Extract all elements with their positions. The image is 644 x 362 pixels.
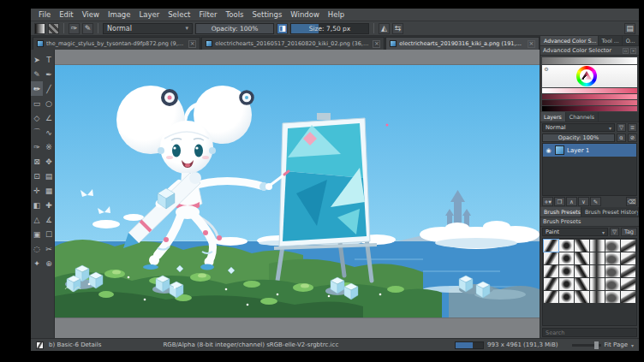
close-tab-icon[interactable]: × <box>188 40 196 48</box>
menu-item-settings[interactable]: Settings <box>247 10 286 19</box>
tab-channels[interactable]: Channels <box>566 112 599 122</box>
shade-row[interactable] <box>542 100 637 105</box>
layer-options-icon[interactable]: ≡ <box>628 123 637 132</box>
lock-alpha-icon[interactable]: α <box>617 134 626 142</box>
dock-tab-advanced-color-s[interactable]: Advanced Color S... <box>540 36 599 45</box>
multibrush-tool[interactable]: ※ <box>43 139 55 154</box>
close-tab-icon[interactable]: × <box>528 40 535 48</box>
search-input[interactable] <box>542 328 637 337</box>
inherit-alpha-icon[interactable]: ⊘ <box>628 134 637 142</box>
tag-label[interactable]: Tag <box>621 228 637 236</box>
brush-preset-tile[interactable] <box>559 265 574 277</box>
move-tool[interactable]: ✥ <box>43 154 55 169</box>
brush-preset-tile[interactable] <box>544 265 558 277</box>
delete-layer-button[interactable]: ⌫ <box>626 197 637 206</box>
zoom-slider[interactable] <box>572 344 601 347</box>
crop-tool[interactable]: ⊡ <box>31 169 43 183</box>
document-tab[interactable]: the_magic_stylus_by_tysontan-d9fp872.png… <box>33 37 200 50</box>
brush-preset-tile[interactable] <box>590 278 605 290</box>
brush-preset-tile[interactable] <box>544 252 558 264</box>
blend-mode-dropdown[interactable]: Normal ▾ <box>103 23 193 34</box>
gear-icon[interactable]: ⚙ <box>543 66 550 73</box>
shade-row[interactable] <box>542 94 637 99</box>
brush-filter-dropdown[interactable]: Paint ▾ <box>542 228 608 236</box>
layer-blend-mode-dropdown[interactable]: Normal ▾ <box>542 123 615 132</box>
gradient-chooser-icon[interactable] <box>34 23 45 34</box>
transform-tool[interactable]: ⊠ <box>31 154 43 169</box>
document-tab[interactable]: electrichearts_20160517_20160820_kiki_02… <box>201 37 385 50</box>
pattern-edit-tool[interactable]: ▦ <box>43 183 55 198</box>
pattern-chooser-icon[interactable] <box>48 23 59 34</box>
brush-preset-tile[interactable] <box>544 291 558 303</box>
zoom-level[interactable]: Fit Page <box>605 341 628 348</box>
menu-item-edit[interactable]: Edit <box>55 10 77 19</box>
layer-row[interactable]: ◉ Layer 1 <box>543 144 636 157</box>
fill-tool[interactable]: ◧ <box>31 198 43 212</box>
brush-preset-tile[interactable] <box>559 252 574 264</box>
brush-preset-tile[interactable] <box>559 278 574 290</box>
layer-properties-button[interactable]: ✎ <box>590 197 601 206</box>
calligraphy-tool[interactable]: ✒ <box>43 67 55 81</box>
brush-preset-tile[interactable] <box>621 265 635 277</box>
menu-item-layer[interactable]: Layer <box>135 10 164 19</box>
freehand-path-tool[interactable]: ∿ <box>43 125 55 139</box>
canvas-artwork[interactable] <box>55 65 540 317</box>
zoom-tool[interactable]: ⊕ <box>43 256 55 270</box>
brush-preset-tile[interactable] <box>621 291 635 303</box>
edit-brush-settings-icon[interactable]: ✎ <box>82 23 93 34</box>
text-tool[interactable]: T <box>43 52 55 67</box>
brush-preset-tile[interactable] <box>590 291 605 303</box>
ellipse-tool[interactable]: ○ <box>43 96 55 110</box>
polyline-tool[interactable]: ∠ <box>43 110 55 125</box>
canvas-area[interactable] <box>55 50 540 338</box>
shade-row[interactable] <box>542 88 637 93</box>
colorspace-label[interactable]: RGB/Alpha (8-bit integer/channel) sRGB-e… <box>163 341 338 348</box>
measure-tool[interactable]: ∡ <box>43 212 55 227</box>
horizontal-mirror-icon[interactable]: ◭ <box>379 23 390 34</box>
tab-layers[interactable]: Layers <box>540 112 566 122</box>
select-shapes-tool[interactable]: ➤ <box>31 52 43 67</box>
brush-preset-tile[interactable] <box>621 240 635 252</box>
close-panel-icon[interactable]: × <box>630 48 636 54</box>
tab-brush-presets[interactable]: Brush Presets <box>540 207 581 217</box>
gradient-tool[interactable]: ▤ <box>43 169 55 183</box>
brush-preset-tile[interactable] <box>590 265 605 277</box>
brush-preset-tile[interactable] <box>621 252 635 264</box>
menu-item-image[interactable]: Image <box>104 10 135 19</box>
contiguous-selection-tool[interactable]: ✦ <box>31 256 43 270</box>
bezier-curve-tool[interactable]: ⌒ <box>31 125 43 139</box>
polygon-tool[interactable]: ◇ <box>31 110 43 125</box>
brush-preset-tile[interactable] <box>544 278 558 290</box>
move-layer-up-button[interactable]: ∧ <box>566 197 577 206</box>
smart-patch-tool[interactable]: ✚ <box>43 198 55 212</box>
brush-size-slider[interactable]: Size: 7,50 px <box>290 23 369 34</box>
dock-tab-o[interactable]: O... <box>623 36 639 45</box>
add-layer-button[interactable]: +▾ <box>542 197 553 206</box>
dock-tab-tool[interactable]: Tool ... <box>599 36 623 45</box>
color-wheel-area[interactable]: ⚙ <box>542 65 637 87</box>
duplicate-layer-button[interactable]: ❐ <box>554 197 565 206</box>
menu-item-help[interactable]: Help <box>324 10 349 19</box>
shade-selector[interactable] <box>542 88 637 111</box>
advanced-color-selector[interactable]: ⚙ <box>540 56 639 112</box>
shade-row[interactable] <box>542 106 637 111</box>
menu-item-window[interactable]: Window <box>286 10 324 19</box>
brush-preset-tile[interactable] <box>621 278 635 290</box>
brush-preset-tile[interactable] <box>590 252 605 264</box>
document-tab[interactable]: electrichearts_20190316_kiki_a.png (191,… <box>385 37 540 50</box>
menu-item-view[interactable]: View <box>78 10 104 19</box>
freehand-selection-tool[interactable]: ✂ <box>43 241 55 256</box>
brush-preset-tile[interactable] <box>605 252 620 264</box>
rectangle-tool[interactable]: ▭ <box>31 96 43 110</box>
wrap-around-icon[interactable]: ⇆ <box>392 23 403 34</box>
layer-filter-icon[interactable]: ▽ <box>617 123 626 132</box>
tag-filter-icon[interactable]: ▽ <box>610 228 619 236</box>
layer-opacity-slider[interactable]: Opacity: 100% <box>542 134 615 142</box>
freehand-brush-tool[interactable]: ✏ <box>31 81 43 96</box>
value-strip[interactable] <box>542 57 637 64</box>
elliptical-selection-tool[interactable]: ◌ <box>31 241 43 256</box>
brush-preset-tile[interactable] <box>590 240 605 252</box>
menu-item-select[interactable]: Select <box>164 10 194 19</box>
brush-preset-tile[interactable] <box>605 291 620 303</box>
float-panel-icon[interactable]: ▫ <box>623 48 629 54</box>
